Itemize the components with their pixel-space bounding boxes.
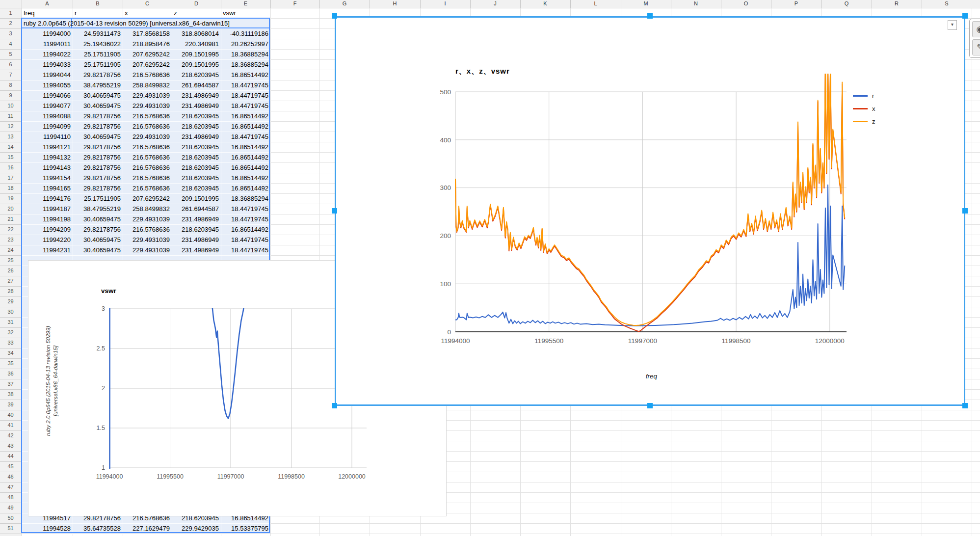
selection-handle[interactable] bbox=[332, 13, 337, 19]
column-header-Q[interactable]: Q bbox=[821, 0, 872, 8]
row-header-27[interactable]: 27 bbox=[0, 276, 21, 286]
row-header-46[interactable]: 46 bbox=[0, 472, 21, 482]
cell[interactable]: 16.86514492 bbox=[221, 70, 270, 80]
cell[interactable]: 207.6295242 bbox=[123, 193, 172, 204]
cell[interactable]: 11994099 bbox=[22, 121, 73, 132]
cell[interactable]: 18.44719745 bbox=[221, 132, 270, 142]
cell[interactable]: 216.5768636 bbox=[123, 183, 172, 193]
selection-handle[interactable] bbox=[647, 403, 653, 408]
column-header-S[interactable]: S bbox=[922, 0, 972, 8]
selection-handle[interactable] bbox=[332, 403, 337, 408]
column-header-C[interactable]: C bbox=[123, 0, 172, 8]
row-header-17[interactable]: 17 bbox=[0, 173, 21, 183]
row-header-6[interactable]: 6 bbox=[0, 59, 21, 70]
row-header-30[interactable]: 30 bbox=[0, 307, 21, 317]
cell[interactable]: 29.82178756 bbox=[73, 152, 123, 162]
cell[interactable]: r bbox=[73, 8, 123, 18]
cell[interactable]: 11994528 bbox=[22, 523, 73, 534]
cell[interactable]: 29.82178756 bbox=[73, 162, 123, 173]
selection-handle[interactable] bbox=[332, 208, 337, 214]
cell[interactable]: x bbox=[123, 8, 172, 18]
row-header-24[interactable]: 24 bbox=[0, 245, 21, 255]
row-header-5[interactable]: 5 bbox=[0, 49, 21, 59]
column-header-P[interactable]: P bbox=[771, 0, 821, 8]
cell[interactable]: 229.4931039 bbox=[123, 101, 172, 111]
cell[interactable]: 218.6203945 bbox=[172, 162, 221, 173]
cell[interactable]: 16.86514492 bbox=[221, 162, 270, 173]
row-header-34[interactable]: 34 bbox=[0, 348, 21, 358]
cell[interactable]: 18.44719745 bbox=[221, 204, 270, 214]
row-header-50[interactable]: 50 bbox=[0, 513, 21, 523]
cell[interactable]: 16.86514492 bbox=[221, 121, 270, 132]
cell[interactable]: 29.82178756 bbox=[73, 121, 123, 132]
cell[interactable]: 11994110 bbox=[22, 132, 73, 142]
cell[interactable]: 11994022 bbox=[22, 49, 73, 59]
row-header-38[interactable]: 38 bbox=[0, 389, 21, 400]
cell[interactable]: 216.5768636 bbox=[123, 162, 172, 173]
cell[interactable]: 24.59311473 bbox=[73, 28, 123, 39]
cell[interactable]: 18.36885294 bbox=[221, 49, 270, 59]
row-header-2[interactable]: 2 bbox=[0, 18, 21, 28]
cell[interactable]: 16.86514492 bbox=[221, 173, 270, 183]
cell[interactable]: 258.8499832 bbox=[123, 204, 172, 214]
cell[interactable]: -40.31119186 bbox=[221, 28, 270, 39]
row-header-1[interactable]: 1 bbox=[0, 8, 21, 18]
cell[interactable]: 231.4986949 bbox=[172, 132, 221, 142]
row-header-39[interactable]: 39 bbox=[0, 400, 21, 410]
row-header-28[interactable]: 28 bbox=[0, 286, 21, 296]
cell[interactable]: z bbox=[172, 8, 221, 18]
cell[interactable]: 30.40659475 bbox=[73, 214, 123, 224]
cell[interactable]: 218.6203945 bbox=[172, 70, 221, 80]
row-header-25[interactable]: 25 bbox=[0, 255, 21, 266]
cell[interactable]: 229.4931039 bbox=[123, 235, 172, 245]
cell[interactable]: 11994165 bbox=[22, 183, 73, 193]
row-header-18[interactable]: 18 bbox=[0, 183, 21, 193]
row-header-23[interactable]: 23 bbox=[0, 235, 21, 245]
row-header-22[interactable]: 22 bbox=[0, 224, 21, 235]
row-header-7[interactable]: 7 bbox=[0, 70, 21, 80]
selection-handle[interactable] bbox=[962, 208, 968, 214]
cell[interactable]: 18.36885294 bbox=[221, 193, 270, 204]
edit-button[interactable]: ✎ bbox=[972, 39, 980, 55]
cell[interactable]: 209.1501995 bbox=[172, 59, 221, 70]
cell[interactable]: 15.53375795 bbox=[221, 523, 270, 534]
cell[interactable]: 16.86514492 bbox=[221, 183, 270, 193]
row-header-37[interactable]: 37 bbox=[0, 379, 21, 389]
cell[interactable]: 11994198 bbox=[22, 214, 73, 224]
row-header-8[interactable]: 8 bbox=[0, 80, 21, 90]
row-header-35[interactable]: 35 bbox=[0, 358, 21, 369]
view-button[interactable]: ◉ bbox=[972, 21, 980, 37]
column-header-G[interactable]: G bbox=[319, 0, 370, 8]
cell[interactable]: 216.5768636 bbox=[123, 224, 172, 235]
cell[interactable]: 29.82178756 bbox=[73, 183, 123, 193]
selection-handle[interactable] bbox=[647, 13, 653, 19]
cell[interactable]: 261.6944587 bbox=[172, 80, 221, 90]
cell[interactable]: 30.40659475 bbox=[73, 245, 123, 255]
row-header-13[interactable]: 13 bbox=[0, 132, 21, 142]
row-header-32[interactable]: 32 bbox=[0, 327, 21, 338]
cell[interactable]: 18.44719745 bbox=[221, 101, 270, 111]
cell[interactable]: 216.5768636 bbox=[123, 173, 172, 183]
cell[interactable]: 38.47955219 bbox=[73, 80, 123, 90]
row-header-36[interactable]: 36 bbox=[0, 369, 21, 379]
cell[interactable]: 229.4931039 bbox=[123, 90, 172, 101]
cell[interactable]: 29.82178756 bbox=[73, 173, 123, 183]
cell[interactable]: 29.82178756 bbox=[73, 111, 123, 121]
row-header-44[interactable]: 44 bbox=[0, 451, 21, 461]
cell[interactable]: 11994011 bbox=[22, 39, 73, 49]
cell[interactable]: 16.86514492 bbox=[221, 152, 270, 162]
row-header-10[interactable]: 10 bbox=[0, 101, 21, 111]
cell[interactable]: 18.44719745 bbox=[221, 80, 270, 90]
chart-menu-button[interactable]: ▾ bbox=[948, 20, 957, 30]
cell[interactable]: 216.5768636 bbox=[123, 152, 172, 162]
cell[interactable]: 35.64735528 bbox=[73, 523, 123, 534]
column-header-J[interactable]: J bbox=[470, 0, 520, 8]
cell[interactable]: 30.40659475 bbox=[73, 90, 123, 101]
column-header-M[interactable]: M bbox=[621, 0, 671, 8]
row-header-26[interactable]: 26 bbox=[0, 266, 21, 276]
cell[interactable]: 18.44719745 bbox=[221, 214, 270, 224]
row-header-45[interactable]: 45 bbox=[0, 461, 21, 472]
cell[interactable]: 30.40659475 bbox=[73, 101, 123, 111]
cell[interactable]: 29.82178756 bbox=[73, 224, 123, 235]
cell[interactable]: 218.6203945 bbox=[172, 173, 221, 183]
